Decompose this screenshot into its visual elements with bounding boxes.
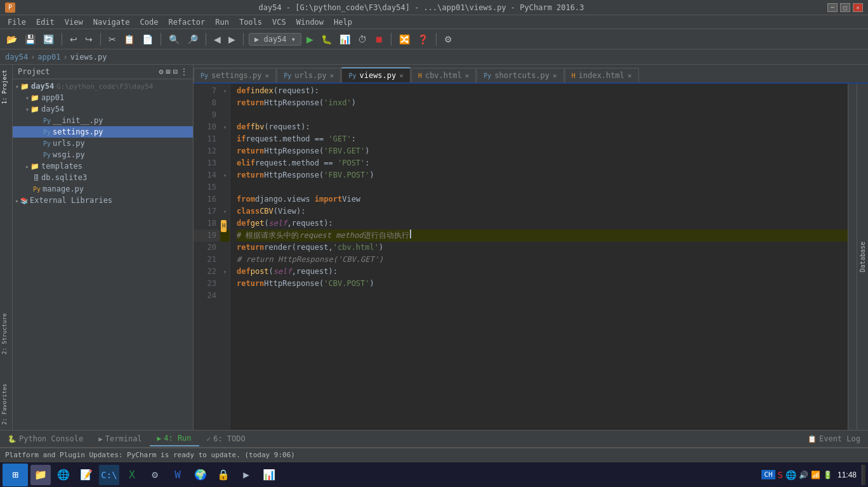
toolbar-find-btn[interactable]: 🔍 — [166, 33, 182, 46]
maximize-button[interactable]: □ — [840, 3, 850, 12]
expand-arrow-day54[interactable]: ▾ — [15, 83, 19, 90]
fold-14[interactable]: ▾ — [220, 169, 230, 181]
code-editor[interactable]: 7 8 9 10 11 12 13 14 15 16 17 18 19 20 2… — [194, 84, 868, 430]
menu-navigate[interactable]: Navigate — [88, 16, 135, 28]
tree-item-day54-sub[interactable]: ▾ 📁 day54 — [13, 103, 193, 115]
toolbar-forward-btn[interactable]: ▶ — [226, 33, 238, 46]
taskbar-explorer[interactable]: 📁 — [30, 465, 51, 485]
fold-10[interactable]: ▾ — [220, 121, 230, 133]
project-gear-btn[interactable]: ⋮ — [180, 67, 188, 76]
taskbar-app2[interactable]: 🔒 — [213, 465, 233, 485]
menu-file[interactable]: File — [3, 16, 31, 28]
tree-item-urls[interactable]: Py urls.py — [13, 138, 193, 149]
tree-item-ext-libs[interactable]: ▸ 📚 External Libraries — [13, 195, 193, 206]
vcs-btn[interactable]: 🔀 — [397, 33, 412, 46]
tree-item-templates[interactable]: ▸ 📁 templates — [13, 160, 193, 172]
taskbar-chrome[interactable]: 🌍 — [190, 465, 211, 485]
tab-index-html[interactable]: H index.html × — [565, 68, 639, 82]
database-tab[interactable]: Database — [857, 84, 868, 430]
taskbar-app1[interactable]: ⚙ — [145, 465, 165, 485]
taskbar-cmd[interactable]: C:\ — [99, 465, 119, 485]
coverage-btn[interactable]: 📊 — [337, 33, 353, 46]
run-btn[interactable]: ▶ — [304, 33, 316, 46]
close-button[interactable]: ✕ — [853, 3, 863, 12]
profile-btn[interactable]: ⏱ — [355, 33, 369, 46]
debug-btn[interactable]: 🐛 — [319, 33, 334, 46]
terminal-tab[interactable]: ▶ Terminal — [91, 432, 149, 446]
run-config-selector[interactable]: ▶ day54 ▾ — [249, 33, 301, 46]
taskbar-ie[interactable]: 🌐 — [53, 465, 74, 485]
expand-arrow-day54-sub[interactable]: ▾ — [25, 106, 29, 113]
breadcrumb-day54[interactable]: day54 — [5, 53, 28, 62]
python-console-tab[interactable]: 🐍 Python Console — [0, 432, 91, 446]
tree-item-db[interactable]: 🗄 db.sqlite3 — [13, 172, 193, 183]
menu-view[interactable]: View — [60, 16, 88, 28]
tree-item-init[interactable]: Py __init__.py — [13, 115, 193, 126]
favorites-tab[interactable]: 2: Favorites — [0, 379, 12, 430]
fold-18[interactable]: H — [220, 218, 230, 230]
start-button[interactable]: ⊞ — [3, 464, 28, 486]
toolbar-open-btn[interactable]: 📂 — [4, 33, 20, 46]
menu-help[interactable]: Help — [329, 16, 357, 28]
tree-item-settings[interactable]: Py settings.py — [13, 126, 193, 138]
settings-btn[interactable]: ⚙ — [442, 33, 455, 46]
taskbar-word[interactable]: W — [168, 465, 188, 485]
expand-arrow-app01[interactable]: ▾ — [25, 94, 29, 101]
tab-close-index[interactable]: × — [628, 72, 632, 80]
tree-item-day54-root[interactable]: ▾ 📁 day54 G:\python_code\F3\day54 — [13, 81, 193, 92]
fold-22[interactable]: ▾ — [220, 266, 230, 278]
tray-battery[interactable]: 🔋 — [823, 471, 832, 479]
project-tab[interactable]: 1: Project — [0, 65, 12, 109]
run-tab[interactable]: ▶ 4: Run — [150, 431, 199, 446]
tree-item-manage[interactable]: Py manage.py — [13, 183, 193, 195]
tree-item-app01[interactable]: ▾ 📁 app01 — [13, 92, 193, 103]
toolbar-cut-btn[interactable]: ✂ — [106, 33, 119, 46]
clock[interactable]: 11:48 — [835, 471, 859, 479]
terminal-btn[interactable]: ❓ — [415, 33, 431, 46]
project-collapse-btn[interactable]: ⊟ — [173, 67, 178, 76]
menu-run[interactable]: Run — [210, 16, 234, 28]
tree-item-wsgi[interactable]: Py wsgi.py — [13, 149, 193, 160]
project-expand-btn[interactable]: ⊞ — [166, 67, 171, 76]
event-log-tab[interactable]: 📋 Event Log — [800, 432, 868, 446]
show-desktop[interactable] — [862, 465, 865, 485]
menu-tools[interactable]: Tools — [234, 16, 267, 28]
toolbar-sync-btn[interactable]: 🔄 — [41, 33, 56, 46]
menu-code[interactable]: Code — [135, 16, 164, 28]
tray-network[interactable]: 📶 — [811, 471, 820, 479]
expand-arrow-extlibs[interactable]: ▸ — [15, 197, 19, 204]
tab-close-urls[interactable]: × — [330, 72, 334, 80]
taskbar-notepad[interactable]: 📝 — [76, 465, 96, 485]
stop-btn[interactable]: ⏹ — [372, 33, 386, 46]
toolbar-back-btn[interactable]: ◀ — [211, 33, 223, 46]
code-content[interactable]: def index(request): return HttpResponse(… — [230, 84, 848, 430]
breadcrumb-views[interactable]: views.py — [70, 53, 107, 62]
tab-cbv-html[interactable]: H cbv.html × — [411, 68, 476, 82]
menu-window[interactable]: Window — [291, 16, 329, 28]
fold-7[interactable]: ▾ — [220, 85, 230, 97]
tray-volume[interactable]: 🔊 — [799, 471, 808, 479]
tab-urls-py[interactable]: Py urls.py × — [277, 68, 341, 82]
toolbar-undo-btn[interactable]: ↩ — [67, 33, 80, 46]
todo-tab[interactable]: ✓ 6: TODO — [199, 432, 253, 446]
tab-shortcuts-py[interactable]: Py shortcuts.py × — [477, 68, 563, 82]
toolbar-paste-btn[interactable]: 📄 — [140, 33, 155, 46]
taskbar-app3[interactable]: 📊 — [259, 465, 279, 485]
menu-refactor[interactable]: Refactor — [163, 16, 210, 28]
taskbar-media[interactable]: ▶ — [236, 465, 256, 485]
toolbar-copy-btn[interactable]: 📋 — [121, 33, 137, 46]
toolbar-redo-btn[interactable]: ↪ — [82, 33, 95, 46]
menu-edit[interactable]: Edit — [31, 16, 60, 28]
menu-vcs[interactable]: VCS — [267, 16, 291, 28]
tab-settings-py[interactable]: Py settings.py × — [194, 68, 276, 82]
taskbar-excel[interactable]: X — [122, 465, 142, 485]
fold-17[interactable]: ▾ — [220, 205, 230, 218]
tray-ch[interactable]: CH — [761, 470, 775, 479]
structure-tab[interactable]: 2: Structure — [0, 308, 12, 360]
toolbar-replace-btn[interactable]: 🔎 — [185, 33, 201, 46]
tab-close-cbv[interactable]: × — [465, 72, 470, 80]
project-settings-btn[interactable]: ⚙ — [159, 67, 163, 76]
toolbar-save-btn[interactable]: 💾 — [22, 33, 38, 46]
tab-close-views[interactable]: × — [399, 72, 404, 80]
right-gutter[interactable] — [848, 84, 857, 430]
